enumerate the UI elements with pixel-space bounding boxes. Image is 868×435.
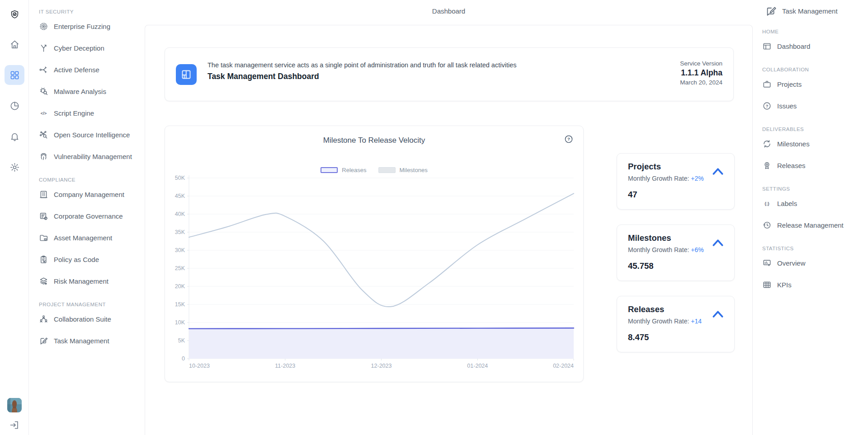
context-item-overview[interactable]: Overview: [762, 252, 864, 274]
svg-text:?: ?: [567, 136, 570, 141]
context-item-issues[interactable]: ?Issues: [762, 95, 864, 117]
sidebar-section-it-security: IT SECURITY: [39, 9, 141, 14]
rail-item-reports[interactable]: [5, 96, 24, 116]
svg-text:02-2024: 02-2024: [553, 363, 574, 369]
sidebar-item-asset-management[interactable]: Asset Management: [39, 227, 141, 248]
right-sidebar: HOMEDashboardCOLLABORATIONProjects?Issue…: [753, 0, 868, 435]
home-icon: [9, 39, 20, 50]
nav-item-label: Milestones: [777, 140, 810, 148]
svg-text:0: 0: [182, 355, 185, 362]
sidebar-item-malware-analysis[interactable]: Malware Analysis: [39, 80, 141, 102]
nav-item-label: Cyber Deception: [54, 44, 104, 52]
left-sidebar: IT SECURITYEnterprise FuzzingCyber Decep…: [29, 0, 145, 435]
chevron-up-icon[interactable]: [712, 309, 724, 319]
sidebar-item-company-management[interactable]: Company Management: [39, 183, 141, 205]
context-item-dashboard[interactable]: Dashboard: [762, 35, 864, 57]
chevron-up-icon[interactable]: [712, 166, 724, 176]
braces-icon: {;}: [762, 199, 772, 208]
bug-search-icon: [39, 87, 48, 96]
sidebar-item-enterprise-fuzzing[interactable]: Enterprise Fuzzing: [39, 15, 141, 37]
legend-label: Releases: [342, 167, 366, 173]
context-item-milestones[interactable]: Milestones: [762, 133, 864, 154]
bell-icon: [9, 131, 20, 142]
pie-icon: [9, 101, 20, 111]
award-icon: [762, 161, 772, 170]
user-avatar[interactable]: [7, 398, 22, 412]
svg-text:30K: 30K: [175, 247, 185, 253]
sidebar-item-cyber-deception[interactable]: Cyber Deception: [39, 37, 141, 59]
layout-tile-icon: [176, 64, 197, 85]
nav-item-label: Collaboration Suite: [54, 315, 111, 323]
stat-card-value: 8.475: [628, 332, 649, 342]
sidebar-item-risk-management[interactable]: Risk Management: [39, 270, 141, 292]
rail-item-notifications[interactable]: [5, 126, 24, 146]
osint-icon: [39, 130, 48, 140]
window-icon: [762, 42, 772, 51]
compose-icon: [39, 336, 48, 346]
chevron-up-icon[interactable]: [712, 238, 724, 248]
sign-out-icon[interactable]: [9, 420, 20, 430]
chart-legend: ReleasesMilestones: [165, 167, 583, 173]
sidebar-item-active-defense[interactable]: Active Defense: [39, 59, 141, 80]
rail-item-settings[interactable]: [5, 157, 24, 177]
context-item-labels[interactable]: {;}Labels: [762, 192, 864, 214]
sidebar-item-vulnerability-management[interactable]: Vulnerability Management: [39, 145, 141, 167]
shield-logo-icon: [5, 5, 24, 24]
nav-item-label: Task Management: [54, 337, 109, 345]
rail-item-apps[interactable]: [5, 65, 24, 85]
building-icon: [39, 190, 48, 199]
stat-card-growth: Monthly Growth Rate: +14: [628, 318, 702, 325]
context-item-kpis[interactable]: KPIs: [762, 274, 864, 295]
stat-card-value: 47: [628, 190, 637, 200]
history-icon: [762, 220, 772, 230]
nav-item-label: Active Defense: [54, 66, 99, 74]
svg-text:35K: 35K: [175, 229, 185, 235]
nav-item-label: Projects: [777, 80, 802, 88]
context-section-settings: SETTINGS: [762, 186, 864, 192]
svg-text:12-2023: 12-2023: [371, 363, 392, 369]
rail-item-home[interactable]: [5, 34, 24, 54]
service-version-date: March 20, 2024: [680, 79, 722, 86]
context-item-release-management[interactable]: Release Management: [762, 214, 864, 236]
legend-swatch: [378, 167, 396, 173]
context-section-home: HOME: [762, 29, 864, 34]
svg-text:01-2024: 01-2024: [467, 363, 488, 369]
nav-item-label: Asset Management: [54, 234, 112, 242]
grid-icon: [9, 70, 20, 80]
sidebar-item-script-engine[interactable]: </>Script Engine: [39, 102, 141, 124]
sidebar-section-compliance: COMPLIANCE: [39, 177, 141, 182]
legend-label: Milestones: [400, 167, 428, 173]
folder-icon: [39, 233, 48, 243]
nav-item-label: Malware Analysis: [54, 88, 106, 95]
stat-card-growth: Monthly Growth Rate: +2%: [628, 175, 704, 182]
stat-card-value: 45.758: [628, 261, 654, 271]
help-icon[interactable]: ?: [563, 134, 574, 145]
sidebar-item-open-source-intelligence[interactable]: Open Source Intelligence: [39, 124, 141, 145]
svg-text:25K: 25K: [175, 265, 185, 271]
sidebar-item-collaboration-suite[interactable]: Collaboration Suite: [39, 308, 141, 330]
svg-text:10K: 10K: [175, 319, 185, 326]
fingerprint-icon: [39, 152, 48, 161]
main-panel: The task management service acts as a si…: [145, 25, 753, 435]
svg-text:?: ?: [766, 103, 769, 108]
branch-y-icon: [39, 43, 48, 53]
nav-item-label: Releases: [777, 162, 806, 169]
nav-item-label: Release Management: [777, 221, 844, 229]
nav-item-label: Enterprise Fuzzing: [54, 23, 110, 30]
legend-item-releases[interactable]: Releases: [321, 167, 366, 173]
context-item-releases[interactable]: Releases: [762, 154, 864, 176]
doc-gear-icon: [39, 211, 48, 221]
nav-item-label: Script Engine: [54, 109, 94, 117]
stat-card-title: Releases: [628, 304, 664, 314]
sidebar-item-policy-as-code[interactable]: Policy as Code: [39, 248, 141, 270]
context-item-projects[interactable]: Projects: [762, 73, 864, 95]
layers-eye-icon: [39, 276, 48, 286]
sidebar-item-corporate-governance[interactable]: Corporate Governance: [39, 205, 141, 227]
presentation-icon: [762, 258, 772, 268]
page-title: Dashboard: [145, 7, 753, 15]
legend-item-milestones[interactable]: Milestones: [378, 167, 428, 173]
sidebar-item-task-management[interactable]: Task Management: [39, 330, 141, 351]
flow-icon: [39, 65, 48, 75]
svg-text:45K: 45K: [175, 193, 185, 199]
help-icon: ?: [762, 101, 772, 111]
